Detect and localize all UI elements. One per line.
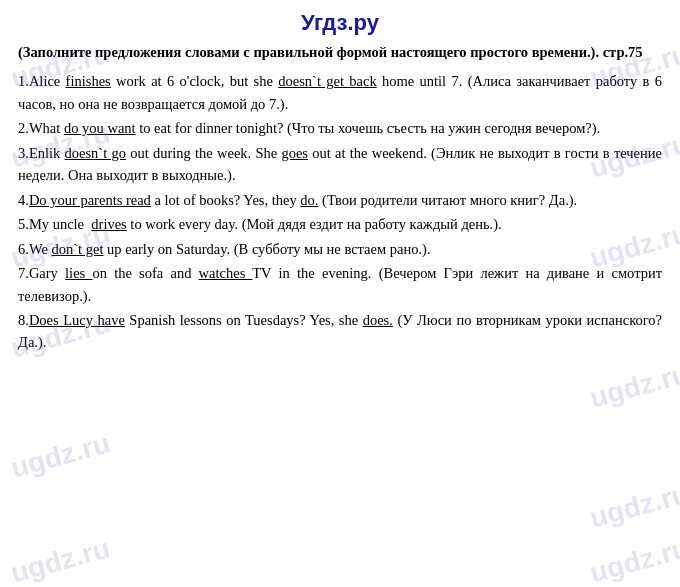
watermark-11: ugdz.ru [8, 532, 114, 587]
sentence-4: 4.Do your parents read a lot of books? Y… [18, 189, 662, 211]
sentence-6: 6.We don`t get up early on Saturday. (В … [18, 238, 662, 260]
watermark-12: ugdz.ru [586, 532, 680, 587]
sentence-8: 8.Does Lucy have Spanish lessons on Tues… [18, 309, 662, 354]
sentence-5: 5.My uncle drives to work every day. (Мо… [18, 213, 662, 235]
watermark-8: ugdz.ru [586, 357, 680, 414]
site-title: Угдз.ру [18, 10, 662, 36]
page-container: ugdz.ru ugdz.ru ugdz.ru ugdz.ru ugdz.ru … [0, 0, 680, 587]
sentence-7: 7.Gary lies on the sofa and watches TV i… [18, 262, 662, 307]
watermark-9: ugdz.ru [8, 427, 114, 484]
watermark-10: ugdz.ru [586, 477, 680, 534]
sentence-1: 1.Alice finishes work at 6 o'clock, but … [18, 70, 662, 115]
content-block: 1.Alice finishes work at 6 o'clock, but … [18, 70, 662, 354]
sentence-2: 2.What do you want to eat for dinner ton… [18, 117, 662, 139]
sentence-3: 3.Enlik doesn`t go out during the week. … [18, 142, 662, 187]
instruction-text: (Заполните предложения словами с правиль… [18, 44, 643, 60]
instruction: (Заполните предложения словами с правиль… [18, 42, 662, 62]
